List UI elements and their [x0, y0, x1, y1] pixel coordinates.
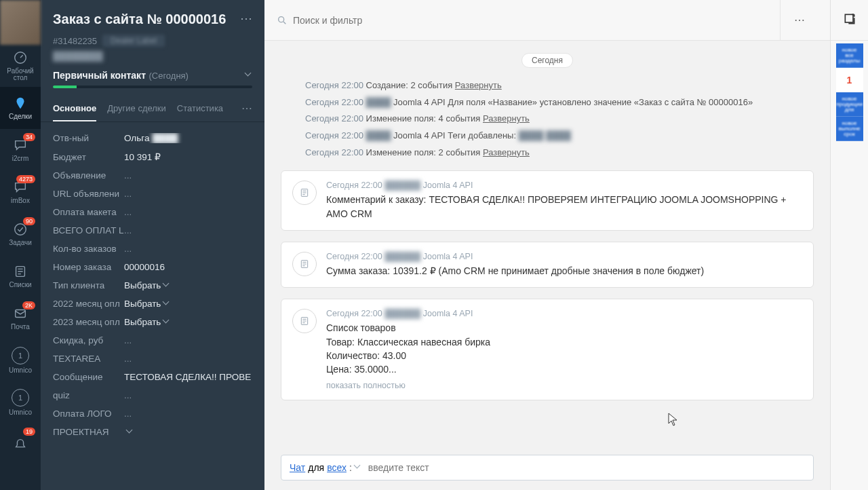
field-value[interactable]: ...: [124, 354, 252, 364]
tab-more-icon[interactable]: ⋯: [241, 102, 252, 121]
new-window-icon[interactable]: [843, 12, 856, 29]
note-text: Комментарий к заказу: ТЕСТОВАЯ СДЕЛКА!! …: [326, 193, 802, 221]
field-row[interactable]: СообщениеТЕСТОВАЯ СДЕЛКА!! ПРОВЕ: [53, 368, 252, 386]
composer-chat-link[interactable]: Чат: [290, 462, 305, 473]
field-value[interactable]: ...: [124, 390, 252, 400]
note-text: Цена: 35.0000...: [326, 362, 802, 376]
field-value[interactable]: Ольга████: [124, 133, 252, 143]
tag[interactable]: Dealer Label: [102, 35, 165, 47]
chevron-down-icon[interactable]: [355, 464, 361, 471]
field-label: Кол-во заказов: [53, 244, 124, 254]
avatar[interactable]: [0, 0, 41, 45]
field-row[interactable]: Номер заказа00000016: [53, 258, 252, 276]
search-wrap[interactable]: [277, 15, 780, 26]
field-value[interactable]: ...: [124, 335, 252, 345]
expand-link[interactable]: Развернуть: [483, 113, 530, 124]
show-more-link[interactable]: показать полностью: [326, 381, 802, 390]
note-text: Товар: Классическая навесная бирка: [326, 335, 802, 349]
field-value[interactable]: Выбрать: [124, 299, 252, 309]
field-row[interactable]: Скидка, руб...: [53, 331, 252, 350]
field-value[interactable]: ...: [124, 225, 252, 235]
nav-umnico-2[interactable]: 1 Umnico: [0, 381, 41, 423]
field-label: quiz: [53, 390, 124, 400]
field-row[interactable]: TEXTAREA...: [53, 350, 252, 368]
nav-tasks[interactable]: 90 Задачи: [0, 213, 41, 255]
composer-all-link[interactable]: всех: [327, 462, 347, 473]
field-value[interactable]: ...: [124, 409, 252, 419]
nav-label: imBox: [11, 197, 30, 204]
nav-lists[interactable]: Списки: [0, 255, 41, 297]
field-row[interactable]: Объявление...: [53, 166, 252, 185]
nav-notifications[interactable]: 19: [0, 423, 41, 466]
field-row[interactable]: quiz...: [53, 386, 252, 404]
note-meta: Сегодня 22:00 ██████ Joomla 4 API: [326, 181, 802, 190]
gauge-icon: [13, 50, 28, 65]
field-value[interactable]: ...: [124, 170, 252, 181]
note-text: Сумма заказа: 10391.2 ₽ (Amo CRM не прин…: [326, 264, 802, 278]
nav-label: Списки: [9, 282, 31, 288]
field-row[interactable]: 2023 месяц оплВыбрать: [53, 313, 252, 331]
field-row[interactable]: ПРОЕКТНАЯ: [53, 423, 252, 441]
tab-other[interactable]: Другие сделки: [107, 103, 166, 120]
field-label: Оплата ЛОГО: [53, 409, 124, 419]
right-rail: новоевсеразделы 1 новоепродукциидля ново…: [830, 0, 868, 490]
log-line: Сегодня 22:00 ████ Joomla 4 API Теги доб…: [305, 128, 789, 145]
field-row[interactable]: URL объявлени...: [53, 185, 252, 203]
right-tab[interactable]: новоепродукциидля: [836, 92, 863, 117]
badge: 34: [23, 133, 35, 141]
field-value[interactable]: ТЕСТОВАЯ СДЕЛКА!! ПРОВЕ: [124, 372, 252, 382]
note-text: Количество: 43.00: [326, 349, 802, 362]
deals-icon: $: [13, 96, 28, 111]
field-row[interactable]: ВСЕГО ОПЛАТ L...: [53, 221, 252, 240]
deal-title[interactable]: Заказ с сайта № 00000016: [53, 11, 226, 28]
note-icon: [292, 309, 317, 333]
nav-desktop[interactable]: Рабочий стол: [0, 45, 41, 87]
right-tab[interactable]: новоевыполнесрок: [836, 117, 863, 141]
field-row[interactable]: 2022 месяц оплВыбрать: [53, 295, 252, 313]
main-area: ⋯ Сегодня Сегодня 22:00 Создание: 2 собы…: [264, 0, 830, 490]
nav-i2crm[interactable]: 34 i2crm: [0, 129, 41, 171]
nav-deals[interactable]: $ Сделки: [0, 87, 41, 129]
field-value[interactable]: [124, 429, 252, 436]
field-value[interactable]: ...: [124, 189, 252, 199]
field-row[interactable]: Бюджет10 391 ₽: [53, 147, 252, 166]
tab-stats[interactable]: Статистика: [177, 103, 223, 120]
field-value[interactable]: Выбрать: [124, 317, 252, 327]
field-row[interactable]: Оплата ЛОГО...: [53, 404, 252, 423]
main-header: ⋯: [264, 0, 830, 41]
badge: 2K: [22, 301, 35, 309]
composer-input[interactable]: [368, 462, 805, 473]
stage-sub: (Сегодня): [149, 71, 188, 81]
log-lines: Сегодня 22:00 Создание: 2 события Развер…: [264, 77, 830, 170]
field-value[interactable]: Выбрать: [124, 280, 252, 290]
field-label: 2023 месяц опл: [53, 317, 124, 327]
fields-list: Отв-ныйОльга████Бюджет10 391 ₽Объявление…: [41, 122, 264, 490]
field-row[interactable]: Кол-во заказов...: [53, 240, 252, 258]
right-tab-active[interactable]: 1: [836, 68, 863, 92]
field-row[interactable]: Оплата макета...: [53, 203, 252, 221]
field-row[interactable]: Тип клиентаВыбрать: [53, 276, 252, 295]
more-icon[interactable]: ⋯: [240, 11, 252, 26]
expand-link[interactable]: Развернуть: [455, 80, 502, 90]
field-value[interactable]: 10 391 ₽: [124, 151, 252, 162]
search-input[interactable]: [293, 15, 780, 26]
log-line: Сегодня 22:00 Создание: 2 события Развер…: [305, 77, 789, 94]
stage-selector[interactable]: Первичный контакт (Сегодня): [53, 69, 252, 81]
right-tab[interactable]: новоевсеразделы: [836, 43, 863, 68]
more-button[interactable]: ⋯: [780, 0, 818, 41]
field-value[interactable]: 00000016: [124, 262, 252, 272]
expand-link[interactable]: Развернуть: [483, 147, 530, 157]
nav-mail[interactable]: 2K Почта: [0, 297, 41, 339]
svg-rect-4: [16, 310, 26, 318]
field-value[interactable]: ...: [124, 244, 252, 254]
tab-main[interactable]: Основное: [53, 103, 96, 121]
deal-panel: Заказ с сайта № 00000016 ⋯ #31482235 Dea…: [41, 0, 264, 490]
nav-umnico-1[interactable]: 1 Umnico: [0, 339, 41, 381]
field-value[interactable]: ...: [124, 207, 252, 217]
panel-tabs: Основное Другие сделки Статистика ⋯: [41, 95, 264, 122]
count-circle: 1: [12, 389, 29, 407]
nav-imbox[interactable]: 4273 imBox: [0, 171, 41, 213]
composer-text: для: [308, 462, 324, 473]
field-row[interactable]: Отв-ныйОльга████: [53, 129, 252, 147]
message-composer[interactable]: Чат для всех:: [281, 455, 814, 480]
